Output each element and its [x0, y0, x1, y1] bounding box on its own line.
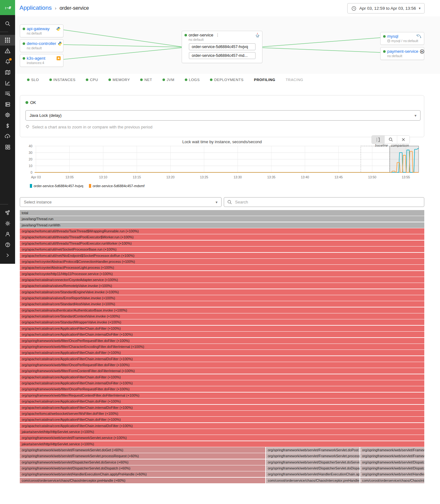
flame-frame[interactable]: java/lang/Thread.run: [20, 216, 424, 222]
flame-frame[interactable]: org/apache/coyote/http11/Http11Processor…: [20, 271, 424, 277]
flame-frame[interactable]: org/springframework/web/servlet/Framewor…: [360, 447, 424, 453]
flame-frame[interactable]: org/springframework/web/servlet/HandlerE…: [20, 471, 265, 477]
node-name[interactable]: mysql: [387, 34, 398, 39]
instance-chip[interactable]: order-service-5d6884c457-md...: [189, 52, 256, 59]
sidebar-item-kubernetes[interactable]: [0, 110, 15, 120]
sidebar-item-costs[interactable]: [0, 120, 15, 131]
flame-frame[interactable]: org/apache/catalina/core/ApplicationFilt…: [20, 380, 424, 386]
tab-logs[interactable]: LOGS: [185, 78, 200, 82]
flame-frame[interactable]: org/springframework/web/servlet/HandlerE…: [266, 471, 360, 477]
sidebar-item-settings[interactable]: [0, 218, 15, 229]
instance-select[interactable]: Select instance ▾: [20, 197, 222, 207]
flame-frame[interactable]: org/springframework/web/filter/RequestCo…: [20, 393, 424, 398]
flame-frame[interactable]: total: [20, 210, 424, 216]
flame-frame[interactable]: org/apache/catalina/connector/CoyoteAdap…: [20, 277, 424, 283]
flame-frame[interactable]: org/apache/tomcat/util/net/NioEndpoint$S…: [20, 253, 424, 258]
legend-item[interactable]: order-service-5d6884c457-mdxmf: [89, 184, 145, 188]
sidebar-item-service-map[interactable]: [0, 67, 15, 78]
kebab-menu-icon[interactable]: ⋮: [216, 34, 220, 37]
tab-memory[interactable]: MEMORY: [108, 78, 130, 82]
flame-frame[interactable]: org/springframework/web/filter/Character…: [20, 344, 424, 350]
tab-profiling[interactable]: PROFILING: [254, 78, 275, 82]
service-node-k3s-agent[interactable]: k3s-agent instances:4: [20, 54, 63, 67]
service-node-api-gateway[interactable]: api-gateway ns:default: [20, 24, 63, 37]
flame-frame[interactable]: jakarta/servlet/http/HttpServlet.service…: [20, 429, 424, 435]
tab-cpu[interactable]: CPU: [86, 78, 98, 82]
sidebar-item-dashboards[interactable]: [0, 78, 15, 88]
flame-frame[interactable]: org/springframework/web/filter/FormConte…: [20, 368, 424, 374]
flame-frame[interactable]: org/apache/catalina/core/ApplicationFilt…: [20, 356, 424, 362]
flame-frame[interactable]: org/apache/catalina/core/StandardEngineV…: [20, 289, 424, 295]
flame-frame[interactable]: org/apache/catalina/core/ApplicationFilt…: [20, 350, 424, 355]
node-name[interactable]: payment-service: [387, 49, 418, 54]
time-range-picker[interactable]: Apr 03, 12:59 to Apr 03, 13:56 ▾: [347, 3, 425, 14]
flame-frame[interactable]: org/springframework/web/servlet/Framewor…: [360, 453, 424, 459]
service-node-demo-controller[interactable]: demo-controller ns:default: [20, 39, 63, 52]
flame-frame[interactable]: org/springframework/web/servlet/Framewor…: [20, 453, 265, 459]
sidebar-item-search[interactable]: [0, 18, 15, 29]
search-input[interactable]: [234, 199, 421, 205]
flame-frame[interactable]: org/apache/coyote/AbstractProcessorLight…: [20, 265, 424, 270]
flame-frame[interactable]: org/springframework/web/servlet/Framewor…: [20, 435, 424, 441]
node-name[interactable]: api-gateway: [27, 26, 50, 31]
flame-frame[interactable]: org/apache/catalina/core/ApplicationFilt…: [20, 374, 424, 380]
flame-frame[interactable]: org/apache/tomcat/util/net/SocketProcess…: [20, 247, 424, 252]
flame-frame[interactable]: org/springframework/web/filter/OncePerRe…: [20, 386, 424, 392]
flame-frame[interactable]: org/apache/catalina/authenticator/Authen…: [20, 307, 424, 313]
flame-frame[interactable]: org/apache/tomcat/util/threads/ThreadPoo…: [20, 241, 424, 246]
flame-frame[interactable]: com/coroot/orderservice/chaos/ChaosInter…: [360, 478, 424, 483]
tab-deployments[interactable]: DEPLOYMENTS: [210, 78, 244, 82]
flame-frame[interactable]: org/apache/tomcat/util/threads/TaskThrea…: [20, 228, 424, 234]
flame-frame[interactable]: org/apache/catalina/core/StandardContext…: [20, 313, 424, 319]
flame-frame[interactable]: org/springframework/web/servlet/Dispatch…: [360, 459, 424, 465]
sidebar-item-integrations[interactable]: [0, 207, 15, 218]
flame-frame[interactable]: org/springframework/web/servlet/Framewor…: [20, 447, 265, 453]
lock-wait-chart[interactable]: 010203040Apr 0313:0513:1013:1513:2013:25…: [20, 137, 424, 184]
flame-frame[interactable]: org/apache/catalina/core/ApplicationFilt…: [20, 398, 424, 404]
flame-frame[interactable]: org/springframework/web/filter/OncePerRe…: [20, 338, 424, 344]
flame-frame[interactable]: org/springframework/web/servlet/Dispatch…: [20, 459, 265, 465]
flame-frame[interactable]: org/apache/tomcat/websocket/server/WsFil…: [20, 411, 424, 416]
flame-frame[interactable]: org/apache/catalina/core/ApplicationFilt…: [20, 405, 424, 410]
flame-frame[interactable]: org/apache/catalina/valves/RemoteIpValve…: [20, 283, 424, 289]
sidebar-item-notifications[interactable]: [0, 56, 15, 67]
flame-frame[interactable]: org/apache/coyote/AbstractProtocol$Conne…: [20, 259, 424, 264]
sidebar-item-nodes[interactable]: [0, 99, 15, 110]
sidebar-item-widgets[interactable]: [0, 142, 15, 152]
flame-frame[interactable]: org/springframework/web/filter/OncePerRe…: [20, 362, 424, 368]
app-logo[interactable]: :~#: [0, 0, 15, 15]
breadcrumb-applications-link[interactable]: Applications: [19, 4, 52, 11]
flame-frame[interactable]: org/springframework/web/servlet/Framewor…: [266, 453, 360, 459]
flame-frame[interactable]: org/springframework/web/servlet/HandlerE…: [360, 471, 424, 477]
flame-frame[interactable]: org/apache/catalina/core/ApplicationFilt…: [20, 332, 424, 337]
tab-jvm[interactable]: JVM: [162, 78, 174, 82]
instance-chip[interactable]: order-service-5d6884c457-hvjvq: [189, 43, 256, 50]
tab-net[interactable]: NET: [140, 78, 152, 82]
flame-frame[interactable]: org/springframework/web/servlet/Dispatch…: [266, 465, 360, 471]
flame-frame[interactable]: org/springframework/web/servlet/Dispatch…: [20, 465, 265, 471]
node-name[interactable]: demo-controller: [27, 41, 56, 46]
flame-frame[interactable]: com/coroot/orderservice/chaos/ChaosInter…: [266, 478, 360, 483]
flame-frame[interactable]: org/apache/catalina/core/ApplicationFilt…: [20, 326, 424, 331]
sidebar-item-logs[interactable]: [0, 88, 15, 99]
node-name[interactable]: k3s-agent: [27, 56, 45, 61]
flame-frame[interactable]: org/apache/catalina/core/StandardHostVal…: [20, 301, 424, 307]
service-node-mysql[interactable]: mysql mysql / ns:default: [380, 32, 424, 45]
flame-frame[interactable]: org/apache/catalina/core/ApplicationFilt…: [20, 423, 424, 429]
flame-frame[interactable]: org/springframework/web/servlet/Framewor…: [266, 447, 360, 453]
tab-tracing[interactable]: TRACING: [286, 78, 303, 82]
legend-item[interactable]: order-service-5d6884c457-hvjvq: [30, 184, 83, 188]
flame-frame[interactable]: com/coroot/orderservice/chaos/ChaosInter…: [20, 478, 265, 483]
sidebar-item-cloud[interactable]: [0, 131, 15, 142]
flame-frame[interactable]: java/lang/Thread.runWith: [20, 222, 424, 228]
tab-slo[interactable]: SLO: [27, 78, 39, 82]
flame-frame[interactable]: org/springframework/web/servlet/Dispatch…: [266, 459, 360, 465]
flame-frame[interactable]: org/apache/catalina/core/StandardWrapper…: [20, 319, 424, 325]
sidebar-item-help[interactable]: [0, 239, 15, 250]
profile-type-select[interactable]: Java Lock (delay) ▾: [25, 110, 421, 121]
sidebar-item-apps[interactable]: [0, 35, 15, 46]
flame-frame[interactable]: org/springframework/web/servlet/Dispatch…: [360, 465, 424, 471]
sidebar-item-profile[interactable]: [0, 229, 15, 239]
flame-frame[interactable]: org/apache/catalina/valves/ErrorReportVa…: [20, 295, 424, 301]
flame-frame[interactable]: jakarta/servlet/http/HttpServlet.service…: [20, 441, 424, 447]
